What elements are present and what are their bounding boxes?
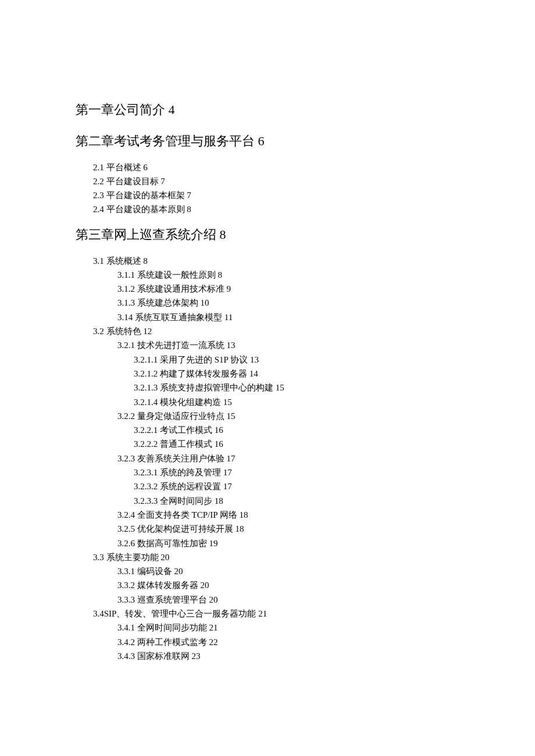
toc-item: 3.2.4 全面支持各类 TCP/IP 网络 18 — [117, 508, 459, 522]
toc-item: 3.1.2 系统建设通用技术标准 9 — [117, 282, 459, 296]
toc-item: 3.2 系统特色 12 — [93, 324, 459, 338]
toc-item: 3.2.2 量身定做适应行业特点 15 — [117, 409, 459, 423]
toc-item: 3.2.1 技术先进打造一流系统 13 — [117, 338, 459, 352]
toc-item: 3.3.2 媒体转发服务器 20 — [117, 578, 459, 592]
toc-item: 3.2.1.4 模块化组建构造 15 — [134, 395, 459, 409]
chapter-heading: 第三章网上巡查系统介绍 8 — [76, 223, 459, 247]
toc-item: 3.1 系统概述 8 — [93, 254, 459, 268]
toc-item: 2.4 平台建设的基本原则 8 — [93, 202, 459, 216]
toc-item: 2.3 平台建设的基本框架 7 — [93, 188, 459, 202]
toc-item: 3.4.1 全网时间同步功能 21 — [117, 621, 459, 635]
chapter-heading: 第二章考试考务管理与服务平台 6 — [76, 129, 459, 153]
toc-item: 3.2.3 友善系统关注用户体验 17 — [117, 452, 459, 465]
toc-item: 3.2.2.2 普通工作模式 16 — [134, 437, 459, 451]
toc-item: 3.3.3 巡查系统管理平台 20 — [117, 593, 459, 607]
toc-item: 3.4.3 国家标准联网 23 — [117, 649, 459, 663]
chapter-block-1: 第一章公司简介 4 — [76, 98, 459, 122]
toc-item: 3.2.1.1 采用了先进的 S1P 协议 13 — [134, 353, 459, 367]
toc-item: 3.2.6 数据高可靠性加密 19 — [117, 536, 459, 550]
toc-page: 第一章公司简介 4 第二章考试考务管理与服务平台 6 2.1 平台概述 6 2.… — [0, 0, 535, 663]
toc-item: 3.2.2.1 考试工作模式 16 — [134, 423, 459, 437]
toc-item: 3.2.5 优化架构促进可持续开展 18 — [117, 522, 459, 536]
chapter-block-2: 第二章考试考务管理与服务平台 6 2.1 平台概述 6 2.2 平台建设目标 7… — [76, 129, 459, 217]
toc-item: 3.2.3.3 全网时间同步 18 — [134, 494, 459, 508]
toc-item: 3.2.1.3 系统支持虚拟管理中心的构建 15 — [134, 381, 459, 395]
toc-item: 2.2 平台建设目标 7 — [93, 174, 459, 188]
toc-item: 3.4.2 两种工作模式监考 22 — [117, 635, 459, 649]
toc-item: 3.2.3.2 系统的远程设置 17 — [134, 479, 459, 493]
toc-item: 3.1.3 系统建总体架构 10 — [117, 296, 459, 310]
chapter-block-3: 第三章网上巡查系统介绍 8 3.1 系统概述 8 3.1.1 系统建设一般性原则… — [76, 223, 459, 663]
toc-item: 3.2.1.2 构建了媒体转发服务器 14 — [134, 367, 459, 381]
toc-item: 3.3 系统主要功能 20 — [93, 550, 459, 564]
chapter-heading: 第一章公司简介 4 — [76, 98, 459, 122]
toc-item: 3.4SIP、转发、管理中心三合一服务器功能 21 — [93, 607, 459, 621]
toc-item: 3.14 系统互联互通抽象模型 11 — [117, 310, 459, 324]
toc-item: 3.3.1 编码设备 20 — [117, 564, 459, 578]
toc-item: 3.1.1 系统建设一般性原则 8 — [117, 268, 459, 282]
toc-item: 3.2.3.1 系统的跨及管理 17 — [134, 465, 459, 479]
toc-item: 2.1 平台概述 6 — [93, 160, 459, 174]
